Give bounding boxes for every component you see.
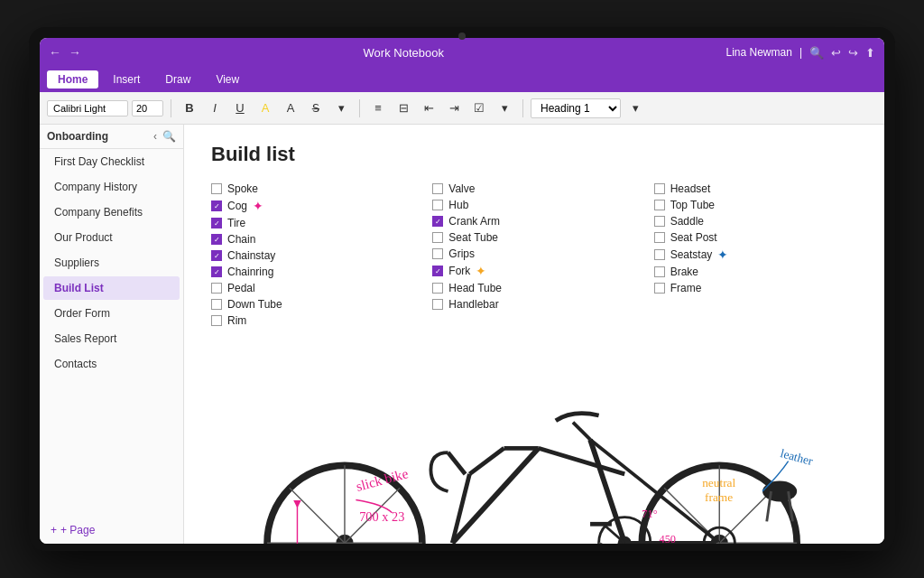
checkbox-pedal[interactable] xyxy=(211,283,222,294)
sidebar-item-company-history[interactable]: Company History xyxy=(43,175,180,199)
tab-view[interactable]: View xyxy=(205,70,250,89)
list-item[interactable]: Pedal xyxy=(211,280,414,296)
indent-less-button[interactable]: ⇤ xyxy=(418,98,439,119)
list-item[interactable]: Handlebar xyxy=(432,296,635,312)
checkbox-headset[interactable] xyxy=(654,183,665,194)
list-item[interactable]: Valve xyxy=(432,181,635,197)
list-item[interactable]: Chain xyxy=(211,231,414,247)
font-size-selector[interactable] xyxy=(132,100,163,117)
star-annotation-fork: ✦ xyxy=(476,264,486,278)
sidebar-item-company-benefits[interactable]: Company Benefits xyxy=(43,200,180,224)
list-item[interactable]: Saddle xyxy=(654,213,857,229)
checkbox-grips[interactable] xyxy=(432,248,443,259)
format-dropdown[interactable]: ▾ xyxy=(330,98,352,119)
tab-insert[interactable]: Insert xyxy=(102,70,151,89)
bullet-list-button[interactable]: ≡ xyxy=(367,98,389,119)
list-item[interactable]: Seat Post xyxy=(654,229,857,246)
sidebar-item-our-product[interactable]: Our Product xyxy=(43,226,180,249)
svg-text:71°: 71° xyxy=(642,508,657,520)
underline-button[interactable]: U xyxy=(229,98,251,119)
list-item[interactable]: Hub xyxy=(432,197,635,213)
highlight-button[interactable]: A xyxy=(254,98,276,119)
checkbox-seatstay[interactable] xyxy=(654,249,665,260)
bike-illustration-area: slick bike 700 x 23 29" ✦ neutral frame xyxy=(211,347,857,544)
list-item[interactable]: Crank Arm xyxy=(432,213,635,229)
content-area[interactable]: Build list Spoke Cog ✦ xyxy=(184,125,884,544)
share-icon[interactable]: ⬆ xyxy=(865,46,875,60)
list-dropdown[interactable]: ▾ xyxy=(494,98,515,119)
numbered-list-button[interactable]: ⊟ xyxy=(393,98,414,119)
bold-button[interactable]: B xyxy=(179,98,200,119)
tab-draw[interactable]: Draw xyxy=(154,70,201,89)
checkbox-tire[interactable] xyxy=(211,218,222,228)
checkbox-seatpost[interactable] xyxy=(654,232,665,243)
sidebar-search-icon[interactable]: 🔍 xyxy=(162,130,176,143)
checkbox-fork[interactable] xyxy=(432,266,443,276)
italic-button[interactable]: I xyxy=(204,98,226,119)
checkbox-downtube[interactable] xyxy=(211,299,222,310)
checkbox-button[interactable]: ☑ xyxy=(468,98,490,119)
checkbox-cog[interactable] xyxy=(211,200,222,211)
checkbox-brake[interactable] xyxy=(654,266,665,277)
sidebar-item-order-form[interactable]: Order Form xyxy=(43,302,180,325)
sidebar-item-suppliers[interactable]: Suppliers xyxy=(43,251,180,275)
list-item[interactable]: Fork ✦ xyxy=(432,262,635,280)
user-info: Lina Newman | 🔍 ↩ ↪ ⬆ xyxy=(726,46,876,60)
back-button[interactable]: ← xyxy=(49,45,61,60)
search-icon[interactable]: 🔍 xyxy=(809,46,824,60)
item-label-brake: Brake xyxy=(670,266,698,278)
checkbox-toptube[interactable] xyxy=(654,200,665,210)
checkbox-hub[interactable] xyxy=(432,200,443,210)
sidebar-collapse-icon[interactable]: ‹ xyxy=(153,130,157,143)
strike-button[interactable]: S̶ xyxy=(305,98,327,119)
checkbox-valve[interactable] xyxy=(432,183,443,194)
sidebar-item-first-day-checklist[interactable]: First Day Checklist xyxy=(43,150,180,173)
add-page-label: + Page xyxy=(60,524,95,536)
sidebar-item-contacts[interactable]: Contacts xyxy=(43,352,180,376)
add-page-button[interactable]: + + Page xyxy=(40,517,183,544)
checkbox-rim[interactable] xyxy=(211,315,222,326)
redo-icon[interactable]: ↪ xyxy=(848,46,858,60)
list-item[interactable]: Grips xyxy=(432,246,635,262)
forward-button[interactable]: → xyxy=(69,45,81,60)
checkbox-handlebar[interactable] xyxy=(432,299,443,310)
checkbox-headtube[interactable] xyxy=(432,283,443,294)
list-item[interactable]: Seat Tube xyxy=(432,229,635,246)
list-item[interactable]: Frame xyxy=(654,280,857,296)
list-item[interactable]: Chainstay xyxy=(211,247,414,264)
list-item[interactable]: Down Tube xyxy=(211,296,414,312)
svg-text:frame: frame xyxy=(705,490,733,504)
device-frame: ← → Work Notebook Lina Newman | 🔍 ↩ ↪ ⬆ … xyxy=(29,27,895,551)
style-dropdown[interactable]: ▾ xyxy=(624,98,646,119)
toolbar-separator-2 xyxy=(359,99,360,117)
checkbox-saddle[interactable] xyxy=(654,216,665,227)
checkbox-seattube[interactable] xyxy=(432,232,443,243)
undo-icon[interactable]: ↩ xyxy=(831,46,841,60)
list-item[interactable]: Headset xyxy=(654,181,857,197)
toolbar-separator-3 xyxy=(522,99,523,117)
list-item[interactable]: Rim xyxy=(211,312,414,329)
sidebar-item-sales-report[interactable]: Sales Report xyxy=(43,327,180,350)
list-item[interactable]: Brake xyxy=(654,264,857,280)
list-item[interactable]: Chainring xyxy=(211,264,414,280)
list-item[interactable]: Top Tube xyxy=(654,197,857,213)
list-item[interactable]: Spoke xyxy=(211,181,414,197)
list-item[interactable]: Tire xyxy=(211,215,414,231)
list-item[interactable]: Head Tube xyxy=(432,280,635,296)
style-selector[interactable]: Heading 1 Heading 2 Normal xyxy=(531,98,621,118)
checkbox-spoke[interactable] xyxy=(211,183,222,194)
sidebar-header: Onboarding ‹ 🔍 xyxy=(40,125,183,149)
tab-home[interactable]: Home xyxy=(47,70,98,89)
font-color-button[interactable]: A xyxy=(280,98,301,119)
checkbox-chain[interactable] xyxy=(211,234,222,245)
list-item[interactable]: Cog ✦ xyxy=(211,197,414,215)
checkbox-chainstay[interactable] xyxy=(211,250,222,261)
sidebar-item-build-list[interactable]: Build List xyxy=(43,276,180,300)
font-selector[interactable] xyxy=(47,100,128,117)
checkbox-chainring[interactable] xyxy=(211,266,222,277)
indent-more-button[interactable]: ⇥ xyxy=(443,98,465,119)
checkbox-frame[interactable] xyxy=(654,283,665,294)
checklist-column-1: Spoke Cog ✦ Tire Chai xyxy=(211,181,414,329)
checkbox-crankarm[interactable] xyxy=(432,216,443,227)
list-item[interactable]: Seatstay ✦ xyxy=(654,246,857,264)
